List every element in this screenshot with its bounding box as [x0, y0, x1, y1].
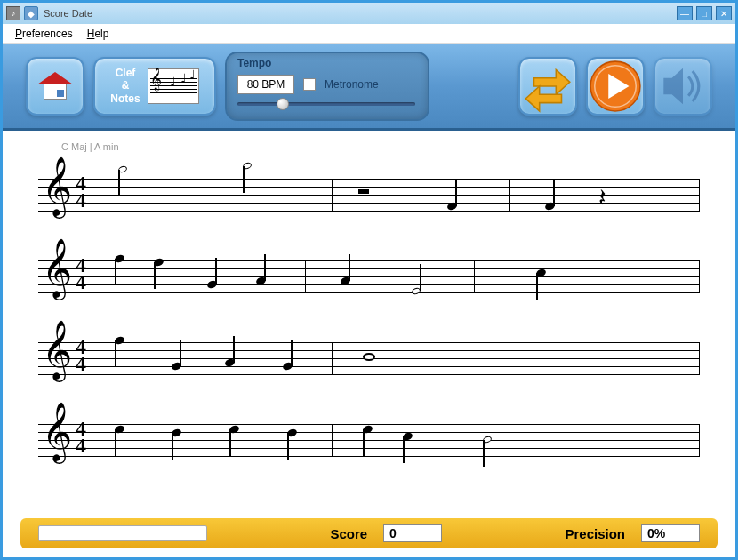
treble-clef-icon: 𝄞 [42, 324, 72, 376]
mini-staff-icon: 𝄞 ♩ ♩ ♩ [148, 68, 199, 104]
swap-button[interactable] [518, 57, 577, 116]
half-rest [358, 189, 369, 194]
note [115, 426, 124, 433]
note [545, 203, 555, 210]
clef-notes-button[interactable]: Clef & Notes 𝄞 ♩ ♩ ♩ [93, 57, 216, 116]
tempo-input[interactable] [237, 75, 294, 94]
treble-clef-icon: 𝄞 [42, 161, 72, 212]
note [341, 277, 350, 284]
precision-value: 0% [641, 524, 700, 542]
tempo-panel: Tempo Metronome [225, 52, 429, 121]
window-title: Score Date [44, 8, 677, 19]
treble-clef-icon: 𝄞 [42, 243, 72, 294]
note [118, 166, 127, 172]
staff-row-1: 𝄞 44 𝄽 [38, 154, 700, 230]
score-area: C Maj | A min 𝄞 44 𝄽 𝄞 44 [3, 131, 735, 518]
score-value: 0 [383, 524, 442, 542]
metronome-checkbox[interactable] [303, 78, 316, 91]
note [207, 281, 217, 288]
note [412, 288, 421, 294]
note [243, 163, 252, 169]
play-icon [588, 59, 643, 114]
maximize-button[interactable]: □ [696, 6, 712, 20]
menu-help[interactable]: Help [80, 26, 116, 42]
time-signature: 44 [76, 175, 86, 208]
home-icon [39, 72, 71, 100]
slider-thumb[interactable] [277, 98, 289, 110]
note [363, 426, 373, 433]
treble-clef-icon: 𝄞 [42, 406, 72, 458]
progress-bar [38, 525, 207, 541]
note [172, 363, 181, 370]
time-signature: 44 [76, 339, 86, 372]
bottom-bar: Score 0 Precision 0% [20, 518, 718, 548]
staff-row-3: 𝄞 44 [38, 317, 700, 394]
app-icon: ♪ [6, 6, 20, 20]
precision-label: Precision [565, 526, 625, 541]
note [447, 203, 457, 210]
note [172, 429, 181, 436]
note [229, 426, 239, 433]
staff-row-4: 𝄞 44 [38, 399, 700, 476]
play-button[interactable] [586, 57, 645, 116]
key-signature-label: C Maj | A min [61, 141, 700, 152]
whole-note [363, 353, 375, 361]
menubar: Preferences Help [3, 24, 735, 44]
metronome-label: Metronome [325, 78, 379, 91]
note [287, 429, 297, 436]
note [403, 433, 413, 440]
note [483, 436, 492, 443]
titlebar: ♪ ◆ Score Date — □ ✕ [3, 3, 735, 24]
time-signature: 44 [76, 257, 86, 290]
minimize-button[interactable]: — [677, 6, 693, 20]
note [154, 259, 164, 266]
swap-icon [520, 59, 575, 114]
sound-button[interactable] [654, 57, 712, 116]
note [283, 363, 293, 370]
menu-preferences[interactable]: Preferences [8, 26, 80, 42]
note [115, 255, 124, 262]
note [536, 269, 546, 276]
note [115, 337, 124, 344]
speaker-icon [655, 59, 710, 114]
tempo-slider[interactable] [237, 100, 415, 108]
toolbar: Clef & Notes 𝄞 ♩ ♩ ♩ Tempo Metronome [3, 44, 735, 131]
clef-notes-label: Clef & Notes [110, 67, 140, 105]
note [225, 359, 235, 366]
window-control-icon[interactable]: ◆ [24, 6, 38, 20]
staff-row-2: 𝄞 44 [38, 236, 700, 312]
score-label: Score [330, 526, 367, 541]
time-signature: 44 [76, 420, 86, 453]
window-frame: ♪ ◆ Score Date — □ ✕ Preferences Help Cl… [0, 0, 738, 560]
tempo-label: Tempo [237, 57, 271, 69]
home-button[interactable] [26, 57, 84, 116]
close-button[interactable]: ✕ [716, 6, 732, 20]
note [256, 277, 266, 284]
